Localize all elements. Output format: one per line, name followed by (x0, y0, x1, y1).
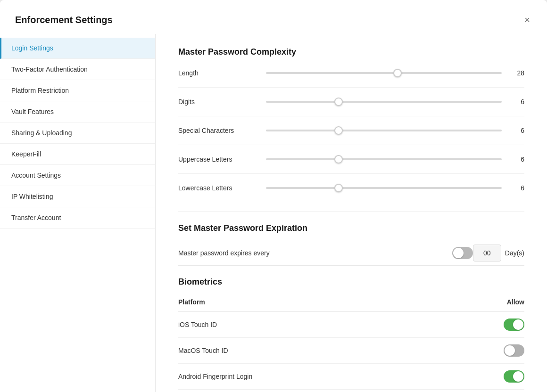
slider-row-digits: Digits6 (178, 97, 524, 116)
sidebar-item-vault-features[interactable]: Vault Features (0, 101, 155, 122)
slider-label-3: Uppercase Letters (178, 155, 258, 163)
biometric-toggle-macos-touch-id[interactable] (504, 344, 524, 357)
biometric-toggle-thumb-macos-touch-id (505, 345, 515, 356)
sidebar-item-two-factor-authentication[interactable]: Two-Factor Authentication (0, 59, 155, 80)
modal-header: Enforcement Settings × (0, 0, 547, 34)
slider-input-4[interactable] (266, 187, 502, 189)
section-divider-1 (178, 212, 524, 212)
slider-row-uppercase-letters: Uppercase Letters6 (178, 155, 524, 174)
enforcement-settings-modal: Enforcement Settings × Login SettingsTwo… (0, 0, 547, 392)
sidebar-item-transfer-account[interactable]: Transfer Account (0, 207, 155, 229)
slider-input-1[interactable] (266, 101, 502, 103)
sliders-container: Length28Digits6Special Characters6Upperc… (178, 68, 524, 202)
biometric-toggle-android-fingerprint[interactable] (504, 370, 524, 383)
slider-container-4 (266, 183, 502, 193)
biometric-name-macos-touch-id: MacOS Touch ID (178, 347, 228, 354)
slider-label-4: Lowercase Letters (178, 184, 258, 192)
password-expiration-title: Set Master Password Expiration (178, 223, 524, 233)
slider-input-0[interactable] (266, 72, 502, 74)
biometrics-section: Biometrics Platform Allow iOS Touch IDMa… (178, 277, 524, 390)
expiration-toggle-thumb (453, 248, 464, 258)
slider-container-2 (266, 126, 502, 135)
expiration-toggle[interactable] (452, 247, 473, 259)
modal-body: Login SettingsTwo-Factor AuthenticationP… (0, 34, 547, 392)
slider-value-1: 6 (509, 98, 524, 106)
biometric-toggle-thumb-android-fingerprint (513, 371, 523, 382)
section-divider-2 (178, 265, 524, 266)
slider-container-3 (266, 155, 502, 164)
main-content: Master Password Complexity Length28Digit… (156, 34, 547, 392)
expiration-label: Master password expires every (178, 249, 452, 257)
slider-label-2: Special Characters (178, 127, 258, 134)
platform-col-header: Platform (178, 298, 205, 306)
allow-col-header: Allow (507, 298, 524, 306)
sidebar-item-platform-restriction[interactable]: Platform Restriction (0, 80, 155, 101)
slider-label-1: Digits (178, 98, 258, 106)
expiration-row: Master password expires every Day(s) (178, 245, 524, 261)
biometric-row-android-fingerprint: Android Fingerprint Login (178, 364, 524, 390)
slider-value-4: 6 (509, 184, 524, 192)
close-button[interactable]: × (522, 13, 532, 26)
biometric-toggle-ios-touch-id[interactable] (504, 318, 524, 331)
slider-label-0: Length (178, 69, 258, 77)
biometric-name-ios-touch-id: iOS Touch ID (178, 321, 217, 328)
sidebar-item-account-settings[interactable]: Account Settings (0, 165, 155, 186)
slider-row-lowercase-letters: Lowercase Letters6 (178, 183, 524, 202)
sidebar-item-keeperfill[interactable]: KeeperFill (0, 144, 155, 165)
biometrics-rows: iOS Touch IDMacOS Touch IDAndroid Finger… (178, 312, 524, 390)
password-complexity-section: Master Password Complexity Length28Digit… (178, 47, 524, 202)
slider-input-3[interactable] (266, 158, 502, 160)
sidebar-item-login-settings[interactable]: Login Settings (0, 38, 155, 59)
sidebar-item-sharing-uploading[interactable]: Sharing & Uploading (0, 122, 155, 144)
slider-row-special-characters: Special Characters6 (178, 126, 524, 145)
sidebar: Login SettingsTwo-Factor AuthenticationP… (0, 34, 156, 392)
password-expiration-section: Set Master Password Expiration Master pa… (178, 223, 524, 261)
sidebar-item-ip-whitelisting[interactable]: IP Whitelisting (0, 186, 155, 207)
slider-container-1 (266, 97, 502, 106)
biometrics-title: Biometrics (178, 277, 524, 287)
days-label: Day(s) (505, 249, 524, 257)
biometric-row-ios-touch-id: iOS Touch ID (178, 312, 524, 338)
password-complexity-title: Master Password Complexity (178, 47, 524, 57)
slider-value-3: 6 (509, 155, 524, 163)
slider-input-2[interactable] (266, 130, 502, 131)
modal-title: Enforcement Settings (15, 15, 113, 25)
slider-value-2: 6 (509, 127, 524, 134)
days-input[interactable] (473, 245, 501, 261)
slider-container-0 (266, 68, 502, 78)
biometric-row-macos-touch-id: MacOS Touch ID (178, 338, 524, 364)
biometrics-header: Platform Allow (178, 298, 524, 312)
biometric-name-android-fingerprint: Android Fingerprint Login (178, 373, 252, 380)
biometric-toggle-thumb-ios-touch-id (513, 319, 523, 330)
slider-value-0: 28 (509, 69, 524, 77)
slider-row-length: Length28 (178, 68, 524, 88)
